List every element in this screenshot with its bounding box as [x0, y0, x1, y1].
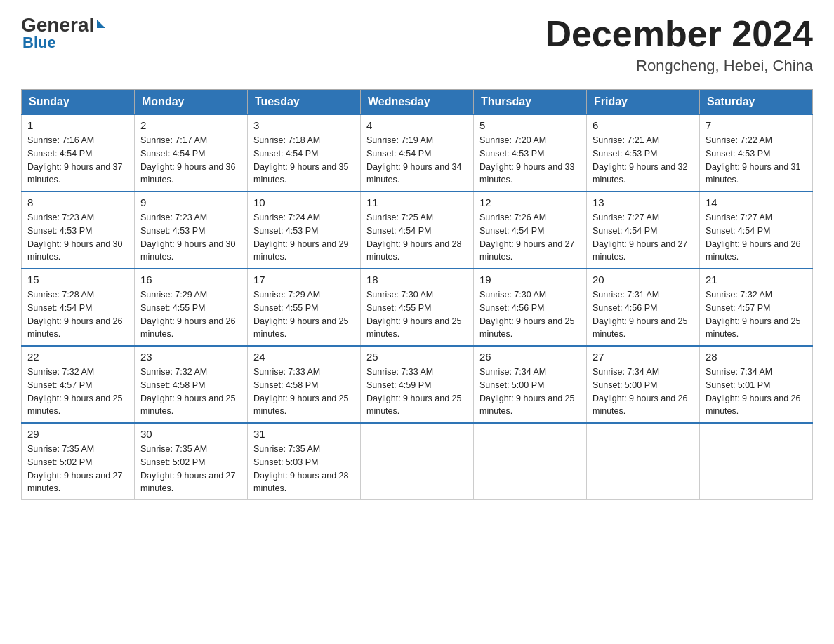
calendar-cell: 30 Sunrise: 7:35 AM Sunset: 5:02 PM Dayl…	[135, 423, 248, 500]
day-number: 25	[366, 351, 468, 363]
day-info: Sunrise: 7:27 AM Sunset: 4:54 PM Dayligh…	[706, 211, 807, 264]
day-number: 5	[479, 119, 581, 131]
calendar-cell: 25 Sunrise: 7:33 AM Sunset: 4:59 PM Dayl…	[361, 346, 474, 423]
day-info: Sunrise: 7:32 AM Sunset: 4:58 PM Dayligh…	[140, 365, 241, 418]
day-number: 18	[366, 274, 468, 286]
calendar-cell	[474, 423, 587, 500]
calendar-table: SundayMondayTuesdayWednesdayThursdayFrid…	[21, 89, 813, 500]
day-number: 23	[140, 351, 241, 363]
calendar-cell: 3 Sunrise: 7:18 AM Sunset: 4:54 PM Dayli…	[248, 114, 361, 192]
title-block: December 2024 Rongcheng, Hebei, China	[545, 14, 813, 75]
calendar-cell: 16 Sunrise: 7:29 AM Sunset: 4:55 PM Dayl…	[135, 269, 248, 346]
day-number: 17	[253, 274, 355, 286]
calendar-week-row: 15 Sunrise: 7:28 AM Sunset: 4:54 PM Dayl…	[22, 269, 813, 346]
day-number: 31	[253, 428, 355, 440]
calendar-header-sunday: Sunday	[22, 90, 135, 115]
day-number: 11	[366, 196, 468, 208]
calendar-cell: 4 Sunrise: 7:19 AM Sunset: 4:54 PM Dayli…	[361, 114, 474, 192]
day-number: 3	[253, 119, 355, 131]
day-number: 27	[593, 351, 694, 363]
calendar-cell	[361, 423, 474, 500]
page-header: General Blue December 2024 Rongcheng, He…	[21, 14, 813, 75]
day-info: Sunrise: 7:35 AM Sunset: 5:02 PM Dayligh…	[140, 443, 241, 495]
day-number: 22	[27, 351, 128, 363]
logo-triangle-icon	[97, 20, 105, 28]
calendar-cell: 23 Sunrise: 7:32 AM Sunset: 4:58 PM Dayl…	[135, 346, 248, 423]
day-info: Sunrise: 7:24 AM Sunset: 4:53 PM Dayligh…	[253, 211, 355, 264]
calendar-cell: 13 Sunrise: 7:27 AM Sunset: 4:54 PM Dayl…	[587, 192, 700, 269]
calendar-cell: 14 Sunrise: 7:27 AM Sunset: 4:54 PM Dayl…	[700, 192, 813, 269]
day-number: 24	[253, 351, 355, 363]
day-info: Sunrise: 7:34 AM Sunset: 5:00 PM Dayligh…	[479, 365, 581, 418]
day-info: Sunrise: 7:34 AM Sunset: 5:01 PM Dayligh…	[706, 365, 807, 418]
calendar-cell: 2 Sunrise: 7:17 AM Sunset: 4:54 PM Dayli…	[135, 114, 248, 192]
calendar-header-row: SundayMondayTuesdayWednesdayThursdayFrid…	[22, 90, 813, 115]
day-number: 14	[706, 196, 807, 208]
logo-blue-text: Blue	[22, 34, 56, 52]
day-number: 7	[706, 119, 807, 131]
calendar-week-row: 22 Sunrise: 7:32 AM Sunset: 4:57 PM Dayl…	[22, 346, 813, 423]
calendar-week-row: 1 Sunrise: 7:16 AM Sunset: 4:54 PM Dayli…	[22, 114, 813, 192]
day-info: Sunrise: 7:34 AM Sunset: 5:00 PM Dayligh…	[593, 365, 694, 418]
calendar-cell: 6 Sunrise: 7:21 AM Sunset: 4:53 PM Dayli…	[587, 114, 700, 192]
calendar-cell: 20 Sunrise: 7:31 AM Sunset: 4:56 PM Dayl…	[587, 269, 700, 346]
day-info: Sunrise: 7:16 AM Sunset: 4:54 PM Dayligh…	[27, 134, 128, 187]
calendar-cell: 19 Sunrise: 7:30 AM Sunset: 4:56 PM Dayl…	[474, 269, 587, 346]
calendar-cell	[700, 423, 813, 500]
day-number: 30	[140, 428, 241, 440]
calendar-cell: 8 Sunrise: 7:23 AM Sunset: 4:53 PM Dayli…	[22, 192, 135, 269]
month-title: December 2024	[545, 14, 813, 54]
calendar-cell: 31 Sunrise: 7:35 AM Sunset: 5:03 PM Dayl…	[248, 423, 361, 500]
calendar-cell: 21 Sunrise: 7:32 AM Sunset: 4:57 PM Dayl…	[700, 269, 813, 346]
day-number: 12	[479, 196, 581, 208]
day-number: 6	[593, 119, 694, 131]
day-info: Sunrise: 7:30 AM Sunset: 4:55 PM Dayligh…	[366, 288, 468, 341]
day-info: Sunrise: 7:31 AM Sunset: 4:56 PM Dayligh…	[593, 288, 694, 341]
day-info: Sunrise: 7:18 AM Sunset: 4:54 PM Dayligh…	[253, 134, 355, 187]
day-info: Sunrise: 7:28 AM Sunset: 4:54 PM Dayligh…	[27, 288, 128, 341]
day-number: 26	[479, 351, 581, 363]
day-info: Sunrise: 7:32 AM Sunset: 4:57 PM Dayligh…	[27, 365, 128, 418]
day-info: Sunrise: 7:19 AM Sunset: 4:54 PM Dayligh…	[366, 134, 468, 187]
day-info: Sunrise: 7:35 AM Sunset: 5:03 PM Dayligh…	[253, 443, 355, 495]
calendar-cell: 7 Sunrise: 7:22 AM Sunset: 4:53 PM Dayli…	[700, 114, 813, 192]
calendar-header-saturday: Saturday	[700, 90, 813, 115]
day-info: Sunrise: 7:30 AM Sunset: 4:56 PM Dayligh…	[479, 288, 581, 341]
day-info: Sunrise: 7:32 AM Sunset: 4:57 PM Dayligh…	[706, 288, 807, 341]
day-number: 13	[593, 196, 694, 208]
day-number: 2	[140, 119, 241, 131]
day-info: Sunrise: 7:35 AM Sunset: 5:02 PM Dayligh…	[27, 443, 128, 495]
calendar-cell: 24 Sunrise: 7:33 AM Sunset: 4:58 PM Dayl…	[248, 346, 361, 423]
day-number: 16	[140, 274, 241, 286]
calendar-cell: 18 Sunrise: 7:30 AM Sunset: 4:55 PM Dayl…	[361, 269, 474, 346]
calendar-header-tuesday: Tuesday	[248, 90, 361, 115]
calendar-cell: 27 Sunrise: 7:34 AM Sunset: 5:00 PM Dayl…	[587, 346, 700, 423]
day-info: Sunrise: 7:25 AM Sunset: 4:54 PM Dayligh…	[366, 211, 468, 264]
day-number: 28	[706, 351, 807, 363]
calendar-week-row: 29 Sunrise: 7:35 AM Sunset: 5:02 PM Dayl…	[22, 423, 813, 500]
day-info: Sunrise: 7:29 AM Sunset: 4:55 PM Dayligh…	[140, 288, 241, 341]
day-number: 4	[366, 119, 468, 131]
location-title: Rongcheng, Hebei, China	[545, 57, 813, 75]
logo: General Blue	[21, 14, 105, 52]
day-info: Sunrise: 7:22 AM Sunset: 4:53 PM Dayligh…	[706, 134, 807, 187]
calendar-cell: 12 Sunrise: 7:26 AM Sunset: 4:54 PM Dayl…	[474, 192, 587, 269]
calendar-week-row: 8 Sunrise: 7:23 AM Sunset: 4:53 PM Dayli…	[22, 192, 813, 269]
day-info: Sunrise: 7:29 AM Sunset: 4:55 PM Dayligh…	[253, 288, 355, 341]
calendar-header-friday: Friday	[587, 90, 700, 115]
day-number: 15	[27, 274, 128, 286]
calendar-cell: 22 Sunrise: 7:32 AM Sunset: 4:57 PM Dayl…	[22, 346, 135, 423]
day-info: Sunrise: 7:26 AM Sunset: 4:54 PM Dayligh…	[479, 211, 581, 264]
day-info: Sunrise: 7:21 AM Sunset: 4:53 PM Dayligh…	[593, 134, 694, 187]
calendar-cell: 28 Sunrise: 7:34 AM Sunset: 5:01 PM Dayl…	[700, 346, 813, 423]
calendar-cell: 29 Sunrise: 7:35 AM Sunset: 5:02 PM Dayl…	[22, 423, 135, 500]
calendar-cell: 1 Sunrise: 7:16 AM Sunset: 4:54 PM Dayli…	[22, 114, 135, 192]
calendar-cell: 15 Sunrise: 7:28 AM Sunset: 4:54 PM Dayl…	[22, 269, 135, 346]
calendar-cell: 5 Sunrise: 7:20 AM Sunset: 4:53 PM Dayli…	[474, 114, 587, 192]
calendar-cell: 10 Sunrise: 7:24 AM Sunset: 4:53 PM Dayl…	[248, 192, 361, 269]
day-number: 20	[593, 274, 694, 286]
calendar-cell: 26 Sunrise: 7:34 AM Sunset: 5:00 PM Dayl…	[474, 346, 587, 423]
calendar-header-wednesday: Wednesday	[361, 90, 474, 115]
day-number: 29	[27, 428, 128, 440]
calendar-cell: 9 Sunrise: 7:23 AM Sunset: 4:53 PM Dayli…	[135, 192, 248, 269]
